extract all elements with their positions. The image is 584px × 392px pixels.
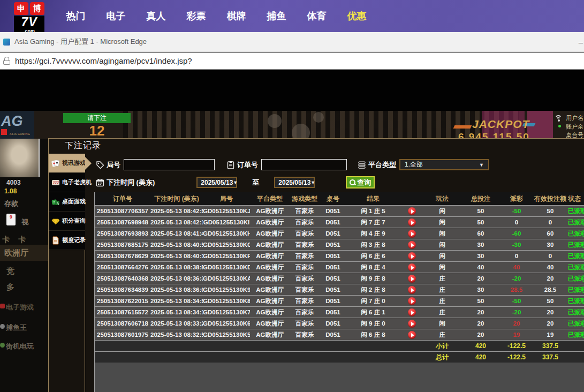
sidebar-item-credit-records[interactable]: 额度记录: [49, 231, 85, 250]
nav-item-slots[interactable]: 电子: [96, 10, 136, 22]
sidebar-item-video-games[interactable]: 视讯游戏: [49, 154, 85, 173]
nav-item-fishing[interactable]: 捕鱼: [256, 10, 297, 22]
table-cell: 闲: [423, 230, 461, 238]
table-cell-play: [400, 286, 423, 294]
table-cell: 闲: [423, 207, 461, 215]
url-text[interactable]: https://gci.7vvvvvv.com/agingame/pcv1/in…: [15, 56, 192, 65]
play-video-button[interactable]: [408, 230, 416, 238]
video-games-fragment: 视: [21, 217, 28, 227]
sidebar-item-label: 额度记录: [62, 236, 86, 244]
to-label: 至: [252, 178, 259, 187]
user-panel-line: 用户名: [566, 114, 584, 122]
lock-icon[interactable]: [3, 57, 10, 65]
deposit-link[interactable]: 存款: [4, 199, 18, 208]
table-row: 2505130876786292025-05-13 08:40:15GD0512…: [95, 250, 584, 261]
date-from-picker[interactable]: 2025/05/13 ▼: [196, 177, 237, 188]
wifi-icon: [555, 115, 563, 122]
panel-sidebar: 视讯游戏 777 电子老虎机 桌面游戏: [49, 154, 85, 250]
table-cell: -50: [500, 298, 533, 304]
table-cell: 闲 3 庄 8: [346, 241, 400, 249]
table-cell: 20: [533, 275, 568, 282]
sidebar-item-points-inquiry[interactable]: 积分查询: [49, 212, 85, 231]
slots-mini-icon: [0, 304, 5, 308]
table-cell: 百家乐: [290, 297, 320, 305]
browser-titlebar: Asia Gaming - 用户配置 1 - Microsoft Edge –: [0, 32, 584, 52]
table-row: 2505130876938932025-05-13 08:41:42GD0512…: [95, 228, 584, 239]
table-header-cell: 派彩: [500, 194, 533, 203]
page-black-band: [0, 71, 584, 111]
play-video-button[interactable]: [408, 286, 416, 294]
table-row: 2505130877063572025-05-13 08:42:50GD0512…: [95, 205, 584, 216]
order-number-input[interactable]: [261, 159, 347, 170]
play-video-button[interactable]: [408, 252, 416, 260]
table-cell: 闲 9 庄 0: [346, 320, 400, 328]
nav-menu: 热门 电子 真人 彩票 棋牌 捕鱼 体育 优惠: [56, 0, 377, 32]
table-cell: 百家乐: [290, 286, 320, 294]
table-cell: 30: [533, 242, 568, 248]
dice-icon: [51, 198, 60, 206]
kaka-fragment: 卡 卡: [2, 235, 29, 245]
table-cell-play: [400, 263, 423, 272]
platform-type-icon: [358, 161, 366, 169]
minimize-button[interactable]: –: [579, 37, 583, 47]
table-cell-play: [400, 331, 423, 339]
table-header-cell: 有效投注额: [533, 194, 568, 203]
table-header-row: 订单号下注时间 (美东)局号平台类型游戏类型桌号结果玩法总投注派彩有效投注额状态: [95, 192, 584, 205]
sidebar-item-slot-machines[interactable]: 777 电子老虎机: [49, 173, 85, 192]
nav-item-hot[interactable]: 热门: [56, 10, 96, 22]
table-row: 2505130876851752025-05-13 08:40:51GD0512…: [95, 239, 584, 250]
table-cell: GD051255130K6: [203, 320, 250, 327]
online-dot: [558, 125, 561, 127]
nav-item-boardgames[interactable]: 棋牌: [216, 10, 256, 22]
nav-item-lottery[interactable]: 彩票: [176, 10, 216, 22]
table-cell: 百家乐: [290, 241, 320, 249]
platform-type-select[interactable]: 1.全部 ▼: [399, 159, 489, 170]
play-video-button[interactable]: [408, 275, 416, 283]
nav-item-live[interactable]: 真人: [136, 10, 176, 22]
table-cell: 已派彩: [568, 275, 584, 283]
table-cell: 250513087601975: [95, 331, 150, 338]
table-cell: 20: [461, 275, 500, 282]
table-cell: GD051255130KJ: [203, 208, 250, 214]
table-cell: 2025-05-13 08:32:54: [150, 331, 203, 338]
table-cell: 28.5: [500, 287, 533, 293]
banner-user-panel: 用户名 账户余 桌台号: [566, 114, 584, 139]
table-cell-play: [400, 241, 423, 249]
round-number-input[interactable]: [124, 159, 215, 170]
table-total-cell: 总计: [423, 353, 461, 362]
play-video-button[interactable]: [408, 218, 416, 227]
site-navbar: 申 博 7V .com 热门 电子 真人 彩票 棋牌 捕鱼 体育 优惠: [0, 0, 584, 32]
search-button[interactable]: 查询: [346, 176, 375, 189]
table-cell-play: [400, 252, 423, 260]
table-cell: 闲 9 庄 8: [346, 275, 400, 283]
play-video-button[interactable]: [408, 297, 416, 305]
table-cell-play: [400, 308, 423, 316]
table-cell: 2025-05-13 08:42:10: [150, 219, 203, 225]
play-video-button[interactable]: [408, 308, 416, 316]
table-cell: GD051255130KF: [203, 253, 250, 259]
play-video-button[interactable]: [408, 320, 416, 328]
date-to-picker[interactable]: 2025/05/13 ▼: [274, 177, 315, 188]
table-cell: GD051255130K5: [203, 331, 250, 338]
play-video-button[interactable]: [408, 263, 416, 272]
table-cell: GD051255130K9: [203, 287, 250, 293]
play-video-button[interactable]: [408, 331, 416, 339]
table-cell: 庄: [423, 331, 461, 339]
table-total-cell: -122.5: [500, 342, 533, 350]
site-logo[interactable]: 申 博 7V .com: [14, 2, 49, 32]
table-row: 2505130876989482025-05-13 08:42:10GD0512…: [95, 216, 584, 228]
table-total-cell: 337.5: [533, 342, 568, 350]
search-button-label: 查询: [357, 178, 371, 187]
nav-item-promo[interactable]: 优惠: [337, 10, 377, 22]
table-row: 2505130876019752025-05-13 08:32:54GD0512…: [95, 329, 584, 340]
table-row: 2505130876403682025-05-13 08:36:39GD0512…: [95, 273, 584, 284]
edge-window-icon: [3, 39, 10, 46]
user-panel-line: 桌台号: [566, 131, 584, 139]
arcade-fragment: 街机电玩: [6, 342, 34, 351]
play-video-button[interactable]: [408, 241, 416, 249]
play-video-button[interactable]: [408, 207, 416, 215]
bokeh-circle: [292, 124, 310, 139]
table-cell: GD051255130KG: [203, 242, 250, 248]
nav-item-sports[interactable]: 体育: [297, 10, 337, 22]
sidebar-item-table-games[interactable]: 桌面游戏: [49, 192, 85, 212]
